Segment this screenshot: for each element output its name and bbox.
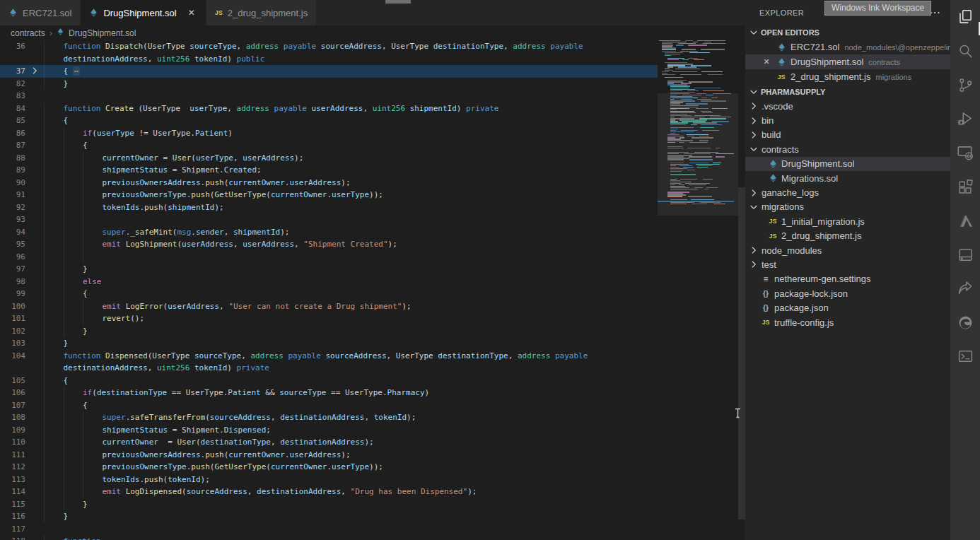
code-line[interactable]: 116 }	[0, 510, 658, 523]
tree-item-test[interactable]: test	[745, 257, 950, 271]
tab-erc721[interactable]: ERC721.sol	[0, 0, 81, 25]
edge-browser-icon[interactable]	[950, 305, 980, 339]
code-line[interactable]: 89 shipmentStatus = Shipment.Created;	[0, 164, 658, 177]
chevron-right-icon[interactable]	[748, 259, 759, 270]
code-line[interactable]: 82 }	[0, 78, 658, 90]
code-line[interactable]: 91 previousOwnersType.push(GetUserType(c…	[0, 189, 658, 201]
code-line[interactable]: 83	[0, 90, 658, 102]
code-line[interactable]: 101 revert();	[0, 312, 658, 325]
live-share-icon[interactable]	[950, 271, 980, 305]
code-line[interactable]: 37 { ⋯	[0, 65, 658, 78]
code-line[interactable]: 107 {	[0, 399, 658, 412]
code-line[interactable]: 105 {	[0, 375, 658, 387]
code-token: push	[191, 462, 210, 471]
tree-item-truffle-config-js[interactable]: JStruffle-config.js	[745, 315, 950, 329]
scrollbar-thumb[interactable]	[738, 187, 745, 520]
tree-item-ganache-logs[interactable]: ganache_logs	[745, 185, 950, 199]
tree-item-node-modules[interactable]: node_modules	[745, 243, 950, 257]
code-line[interactable]: 94 super._safeMint(msg.sender, shipmentI…	[0, 226, 658, 239]
tree-item-bin[interactable]: bin	[745, 113, 950, 127]
code-line[interactable]: 85 {	[0, 115, 658, 127]
remote-explorer-icon[interactable]	[950, 136, 980, 170]
tree-item-build[interactable]: build	[745, 128, 950, 142]
close-icon[interactable]: ✕	[186, 8, 197, 18]
files-icon[interactable]	[950, 0, 980, 34]
code-line[interactable]: 103 }	[0, 337, 658, 350]
code-line[interactable]: 104 function Dispensed(UserType sourceTy…	[0, 350, 658, 363]
chevron-right-icon[interactable]	[748, 115, 759, 127]
chevron-right-icon[interactable]	[748, 187, 759, 199]
tree-item-migrations-sol[interactable]: Migrations.sol	[745, 171, 950, 185]
code-token: shipmentStatus	[103, 425, 173, 435]
fold-chevron-icon[interactable]	[25, 65, 44, 78]
code-line[interactable]: destinationAddress, uint256 tokenId) pri…	[0, 362, 658, 375]
code-text	[44, 251, 658, 264]
tree-item-2-drug-shipment-js[interactable]: JS2_drug_shipment.js	[745, 229, 950, 243]
code-line[interactable]: 111 previousOwnersAddress.push(currentOw…	[0, 449, 658, 462]
chevron-right-icon[interactable]	[748, 129, 759, 141]
code-line[interactable]: 97 }	[0, 263, 658, 276]
tree-item-package-lock-json[interactable]: {}package-lock.json	[745, 286, 950, 300]
section-open-editors[interactable]: OPEN EDITORS	[745, 25, 950, 40]
code-line[interactable]: 110 currentOwner = User(destinationType,…	[0, 436, 658, 449]
tree-item--vscode[interactable]: .vscode	[745, 99, 950, 113]
code-line[interactable]: 106 if(destinationType == UserType.Patie…	[0, 387, 658, 399]
code-line[interactable]: destinationAddress, uint256 tokenId) pub…	[0, 53, 658, 66]
code-line[interactable]: 117	[0, 523, 658, 536]
tree-item-label: truffle-config.js	[774, 317, 834, 328]
tree-item-migrations[interactable]: migrations	[745, 200, 950, 214]
chevron-down-icon[interactable]	[748, 143, 759, 155]
code-line[interactable]: 84 function Create (UserType userType, a…	[0, 102, 658, 115]
source-control-icon[interactable]	[950, 68, 980, 102]
code-line[interactable]: 87 {	[0, 139, 658, 152]
tree-item-contracts[interactable]: contracts	[745, 142, 950, 156]
code-line[interactable]: 88 currentOwner = User(userType, userAdd…	[0, 152, 658, 165]
code-line[interactable]: 98 else	[0, 276, 658, 288]
code-line[interactable]: 90 previousOwnersAddress.push(currentOwn…	[0, 177, 658, 189]
storage-icon[interactable]	[950, 237, 980, 271]
tree-item-nethereum-gen-settings[interactable]: ≡nethereum-gen.settings	[745, 272, 950, 286]
code-line[interactable]: 95 emit LogShipment(userAddress, userAdd…	[0, 238, 658, 251]
tree-item-package-json[interactable]: {}package.json	[745, 300, 950, 315]
azure-icon[interactable]	[950, 204, 980, 237]
open-editor-item[interactable]: JS2_drug_shipment.jsmigrations	[745, 69, 950, 84]
code-token: ,	[219, 302, 228, 311]
code-line[interactable]: 109 shipmentStatus = Shipment.Dispensed;	[0, 424, 658, 437]
breadcrumb-folder[interactable]: contracts	[11, 28, 45, 38]
tree-item-1-initial-migration-js[interactable]: JS1_initial_migration.js	[745, 214, 950, 228]
extensions-icon[interactable]	[950, 170, 980, 204]
code-line[interactable]: 86 if(userType != UserType.Patient)	[0, 127, 658, 140]
code-line[interactable]: 112 previousOwnersType.push(GetUserType(…	[0, 461, 658, 474]
code-line[interactable]: 102 }	[0, 325, 658, 338]
search-icon[interactable]	[950, 34, 980, 68]
code-line[interactable]: 36 function Dispatch(UserType sourceType…	[0, 40, 658, 53]
code-line[interactable]: 118 function …	[0, 535, 658, 540]
chevron-right-icon[interactable]	[748, 245, 759, 256]
chevron-right-icon[interactable]	[748, 100, 759, 112]
breadcrumb-file[interactable]: DrugShipment.sol	[69, 28, 136, 38]
section-workspace[interactable]: PHARMASUPPLY	[745, 84, 950, 99]
code-line[interactable]: 114 emit LogDispensed(sourceAddress, des…	[0, 486, 658, 498]
code-editor[interactable]: 36 function Dispatch(UserType sourceType…	[0, 40, 745, 540]
code-line[interactable]: 100 emit LogError(userAddress, "User can…	[0, 300, 658, 313]
code-line[interactable]: 99 {	[0, 288, 658, 300]
tab-drugshipment[interactable]: DrugShipment.sol ✕	[81, 0, 206, 25]
code-line[interactable]: 115 }	[0, 498, 658, 511]
open-editor-item[interactable]: ✕DrugShipment.solcontracts	[745, 54, 950, 69]
code-token: ,	[341, 487, 350, 496]
tree-item-drugshipment-sol[interactable]: DrugShipment.sol	[745, 157, 950, 171]
terminal-icon[interactable]	[950, 339, 980, 373]
code-token: currentOwner	[271, 462, 327, 471]
code-line[interactable]: 113 tokenIds.push(tokenId);	[0, 474, 658, 486]
code-line[interactable]: 93	[0, 213, 658, 226]
code-line[interactable]: 96	[0, 251, 658, 264]
open-editor-item[interactable]: ERC721.solnode_modules\@openzeppelin\c..…	[745, 40, 950, 54]
chevron-down-icon[interactable]	[748, 201, 759, 213]
minimap[interactable]	[658, 40, 738, 540]
close-icon[interactable]: ✕	[758, 57, 775, 66]
run-debug-icon[interactable]	[950, 102, 980, 136]
code-line[interactable]: 92 tokenIds.push(shipmentId);	[0, 201, 658, 214]
tab-2-drug-shipment[interactable]: JS 2_drug_shipment.js	[206, 0, 317, 25]
editor-scrollbar[interactable]	[738, 40, 745, 540]
code-line[interactable]: 108 super.safeTransferFrom(sourceAddress…	[0, 411, 658, 424]
